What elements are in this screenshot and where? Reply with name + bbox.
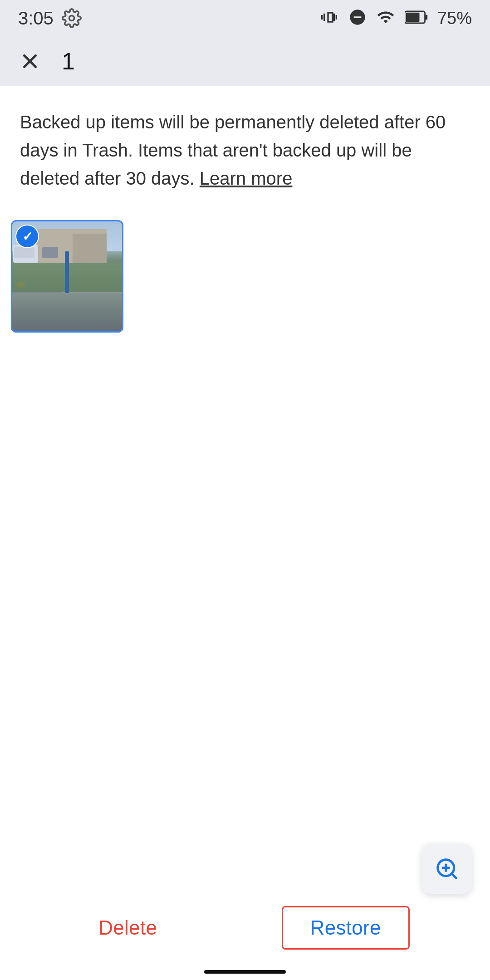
info-banner: Backed up items will be permanently dele… <box>0 86 490 209</box>
status-bar: 3:05 <box>0 0 490 36</box>
svg-point-0 <box>69 16 74 21</box>
wifi-icon <box>376 8 396 28</box>
status-left: 3:05 <box>18 8 82 29</box>
settings-icon[interactable] <box>62 8 82 28</box>
svg-rect-2 <box>425 15 428 20</box>
close-button[interactable] <box>16 48 44 75</box>
status-time: 3:05 <box>18 8 54 29</box>
home-indicator <box>204 970 286 974</box>
battery-icon <box>405 8 428 28</box>
vibrate-icon <box>321 8 339 28</box>
zoom-fab-button[interactable] <box>422 844 472 894</box>
battery-percent: 75% <box>437 9 472 28</box>
status-right: 75% <box>321 8 472 28</box>
bottom-actions: Delete Restore <box>0 903 490 953</box>
selected-item-count: 1 <box>62 48 75 75</box>
learn-more-link[interactable]: Learn more <box>200 168 293 188</box>
do-not-disturb-icon <box>348 8 367 28</box>
photo-item[interactable] <box>11 220 123 333</box>
info-text: Backed up items will be permanently dele… <box>20 108 470 192</box>
toolbar: 1 <box>0 36 490 86</box>
svg-rect-3 <box>406 13 420 22</box>
photo-grid <box>0 209 490 343</box>
photo-checkmark <box>15 225 39 248</box>
restore-button[interactable]: Restore <box>282 906 410 950</box>
svg-line-7 <box>451 873 456 878</box>
zoom-in-icon <box>435 857 459 881</box>
delete-button[interactable]: Delete <box>80 907 175 948</box>
